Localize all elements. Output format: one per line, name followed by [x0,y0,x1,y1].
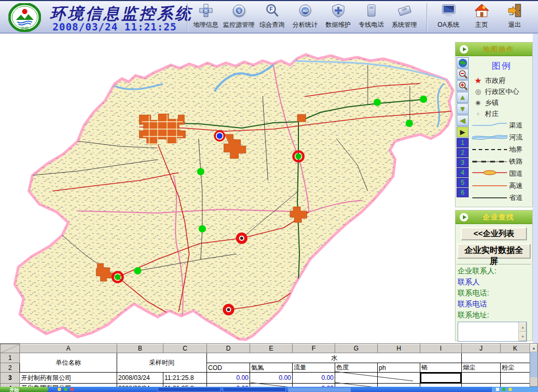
contact-phone-value[interactable]: 联系电话 [458,300,532,309]
scroll-down-icon[interactable]: ▼ [519,332,526,341]
pan-down-icon[interactable]: ▼ [457,103,469,114]
nav-source-manage[interactable]: S 监控源管理 [222,3,255,29]
monitor-point-green[interactable] [199,225,206,232]
param-chroma[interactable]: 色度 [335,363,378,373]
column-header-D[interactable]: D [207,344,250,353]
sample-time-cell[interactable]: 11:21:25.8 [163,373,207,384]
panel-title: 地图操作 [472,45,532,54]
monitor-point-blue-selected[interactable] [215,131,224,141]
contact-person-value[interactable]: 联系人 [458,278,532,287]
quicklaunch-icon[interactable] [70,388,74,391]
nav-exit[interactable]: 退出 [498,3,531,29]
quicklaunch-icon[interactable] [58,388,61,391]
header-group-empty[interactable] [462,353,530,363]
nav-query[interactable]: F 综合查询 [255,3,288,29]
globe-full-extent-icon[interactable] [457,57,469,68]
taskbar-window-button[interactable] [158,387,221,392]
start-button[interactable]: 开始 [0,387,48,392]
monitor-point-red-alarm[interactable] [236,232,247,244]
empty-cell[interactable] [378,373,420,384]
pan-up-icon[interactable]: ▲ [457,92,469,103]
monitor-point-green[interactable] [406,120,413,127]
empty-diagonal-cell[interactable] [335,373,378,384]
column-header-K[interactable]: K [501,344,530,353]
enterprise-realtime-fullscreen-button[interactable]: 企业实时数据全屏 [457,243,531,259]
scale-button-5[interactable]: 5 [457,178,469,187]
scale-button-3[interactable]: 3 [457,158,469,167]
param-cod[interactable]: COD [207,363,250,373]
taskbar-window-button[interactable] [288,387,351,392]
param-flow[interactable]: 流量 [293,363,335,373]
empty-cell[interactable] [501,373,530,384]
contact-address-textarea[interactable]: ▲ ▼ [458,322,527,342]
row-header-3[interactable]: 3 [1,373,20,384]
scale-button-1[interactable]: 1 [457,138,469,147]
nav-data-maintain[interactable]: 数据维护 [322,3,355,29]
sheet-corner-cell[interactable] [1,344,20,353]
scroll-up-icon[interactable]: ▲ [519,322,526,332]
column-header-E[interactable]: E [250,344,293,353]
sheet-vertical-scrollbar[interactable]: ▲ [530,343,538,387]
legend-item: ○ 村庄 [471,108,532,119]
nav-system-manage[interactable]: VIP 系统管理 [388,3,421,29]
nav-hotline[interactable]: 专线电话 [355,3,388,29]
quicklaunch-icon[interactable] [64,388,67,391]
param-cr[interactable]: 铬 [420,363,462,373]
map-operations-header[interactable]: 地图操作 [456,43,532,56]
pan-right-icon[interactable]: ▶ [457,126,469,137]
param-nh3[interactable]: 氨氮 [250,363,293,373]
nav-analysis[interactable]: AD 分析统计 [288,3,322,29]
column-header-A[interactable]: A [20,344,117,353]
header-sample-time[interactable]: 采样时间 [117,353,207,373]
column-header-G[interactable]: G [335,344,378,353]
legend-item: ◉ 乡镇 [471,97,532,108]
column-header-F[interactable]: F [293,344,335,353]
scrollbar-thumb[interactable] [530,352,537,377]
nav-oa-system[interactable]: OA系统 [432,3,465,29]
selected-cell-I3[interactable] [420,373,462,384]
param-dust[interactable]: 粉尘 [501,363,530,373]
row-header-2[interactable]: 2 [1,363,20,373]
column-header-H[interactable]: H [378,344,420,353]
tray-icon[interactable] [509,388,512,391]
nav-label: 综合查询 [255,20,288,29]
textarea-scrollbar[interactable]: ▲ ▼ [519,322,526,341]
monitor-point-green[interactable] [420,96,427,103]
scale-button-2[interactable]: 2 [457,148,469,157]
empty-cell[interactable] [462,373,501,384]
column-header-J[interactable]: J [462,344,501,353]
tray-icon[interactable] [502,388,505,391]
param-ph[interactable]: ph [378,363,420,373]
zoom-out-icon[interactable] [457,69,469,80]
param-smoke[interactable]: 烟尘 [462,363,501,373]
row-header-1[interactable]: 1 [1,353,20,363]
nh3-value-cell[interactable]: 0.00 [250,373,293,384]
sample-date-cell[interactable]: 2008/03/24 [117,373,163,384]
header-unit-name[interactable]: 单位名称 [20,353,117,373]
column-header-C[interactable]: C [163,344,207,353]
nav-geo-info[interactable]: B 地理信息 [189,3,222,29]
pan-left-icon[interactable]: ◀ [457,115,469,126]
scale-button-6[interactable]: 6 [457,188,469,197]
nav-label: 数据维护 [322,20,355,29]
enterprise-list-button[interactable]: <<企业列表 [461,227,527,240]
legend-item: 国道 [471,167,532,179]
zoom-in-icon[interactable] [457,80,469,91]
monitor-point-green[interactable] [197,168,204,175]
column-header-I[interactable]: I [420,344,462,353]
monitor-point-green[interactable] [134,267,141,274]
scale-button-4[interactable]: 4 [457,168,469,177]
taskbar-window-button[interactable] [223,387,286,392]
flow-value-cell[interactable]: 0.00 [293,373,335,384]
scroll-up-icon[interactable]: ▲ [530,344,537,352]
nav-home[interactable]: 主页 [465,3,498,29]
enterprise-name-cell[interactable]: 开封制药有限公司 [20,373,117,384]
tray-icon[interactable] [496,388,499,391]
enterprise-search-header[interactable]: 企业查找 [456,210,532,224]
cod-value-cell[interactable]: 0.00 [207,373,250,384]
header-group-water[interactable]: 水 [207,353,462,363]
column-header-B[interactable]: B [117,344,163,353]
monitor-point-red-alarm[interactable] [223,304,234,315]
monitor-point-green[interactable] [374,99,381,106]
map-viewport[interactable] [0,34,533,343]
